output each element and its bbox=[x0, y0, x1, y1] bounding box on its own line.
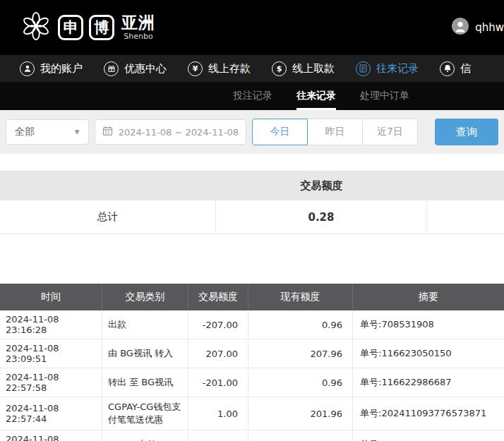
transaction-records-page: { "colors": { "accent": "#4f9fdb", "topb… bbox=[0, 0, 504, 441]
nav-item-transaction-records[interactable]: 往来记录 bbox=[356, 61, 419, 76]
date-range-picker[interactable]: 2024-11-08 ~ 2024-11-08 bbox=[95, 119, 246, 145]
nav-item-messages[interactable]: 信 bbox=[440, 61, 471, 76]
withdraw-money-icon: $ bbox=[272, 61, 287, 76]
yesterday-button[interactable]: 昨日 bbox=[307, 119, 363, 145]
cell-balance: 201.96 bbox=[248, 397, 353, 430]
cell-amount: 1.00 bbox=[188, 397, 248, 430]
chevron-down-icon: ▼ bbox=[75, 128, 80, 135]
cell-type: 转出 至 BG视讯 bbox=[102, 368, 188, 397]
table-row: 2024-11-08 22:57:44 CGPAY-CG钱包支付笔笔送优惠 1.… bbox=[0, 397, 504, 430]
top-header: 申 博 亚洲 Shenbo qhhw bbox=[0, 0, 504, 55]
user-account-area[interactable]: qhhw bbox=[451, 17, 504, 38]
nav-item-withdraw[interactable]: $ 线上取款 bbox=[272, 61, 335, 76]
transactions-table-header: 时间 交易类别 交易额度 现有额度 摘要 bbox=[0, 284, 504, 310]
cell-amount: -207.00 bbox=[188, 310, 248, 339]
nav-item-label: 往来记录 bbox=[376, 62, 419, 75]
brand-region: 亚洲 Shenbo bbox=[121, 14, 155, 41]
cell-summary: 单号:116623050150 bbox=[353, 339, 504, 368]
col-header-type: 交易类别 bbox=[102, 284, 188, 310]
nav-item-label: 优惠中心 bbox=[124, 62, 167, 75]
col-header-summary: 摘要 bbox=[353, 284, 504, 310]
logo-char-bo: 博 bbox=[89, 15, 114, 40]
main-nav: 我的账户 优惠中心 ¥ 线上存款 $ 线上取款 往来记录 bbox=[0, 55, 504, 82]
tab-processing-orders[interactable]: 处理中订单 bbox=[360, 82, 409, 110]
summary-total-label: 总计 bbox=[0, 200, 216, 234]
records-icon bbox=[356, 61, 371, 76]
date-shortcut-group: 今日 昨日 近7日 bbox=[252, 119, 418, 145]
user-icon bbox=[20, 61, 35, 76]
summary-empty-cell bbox=[427, 200, 504, 234]
calendar-icon bbox=[102, 126, 113, 138]
cell-type: 出款 bbox=[102, 310, 188, 339]
cell-balance: 0.96 bbox=[248, 310, 353, 339]
nav-item-label: 信 bbox=[460, 62, 471, 75]
nav-item-my-account[interactable]: 我的账户 bbox=[20, 61, 83, 76]
col-header-time: 时间 bbox=[0, 284, 102, 310]
cell-balance: 0.96 bbox=[248, 368, 353, 397]
today-button[interactable]: 今日 bbox=[252, 119, 308, 145]
cell-amount: -201.00 bbox=[188, 368, 248, 397]
nav-item-label: 线上取款 bbox=[292, 62, 335, 75]
deposit-coin-icon: ¥ bbox=[188, 61, 203, 76]
tab-betting-records[interactable]: 投注记录 bbox=[233, 82, 272, 110]
nav-item-label: 我的账户 bbox=[40, 62, 83, 75]
cell-type: CGPAY支付 bbox=[102, 430, 188, 441]
cell-balance: 200.96 bbox=[248, 430, 353, 441]
cell-summary: 单号:202411093776573871 bbox=[353, 430, 504, 441]
cell-time: 2024-11-08 22:57:44 bbox=[0, 430, 102, 441]
bell-icon bbox=[440, 61, 455, 76]
filter-bar: 全部 ▼ 2024-11-08 ~ 2024-11-08 今日 昨日 近7日 查… bbox=[0, 110, 504, 154]
category-selected-value: 全部 bbox=[15, 126, 35, 138]
summary-total-row: 总计 0.28 bbox=[0, 200, 504, 234]
table-row: 2024-11-08 23:16:28 出款 -207.00 0.96 单号:7… bbox=[0, 310, 504, 339]
username-label: qhhw bbox=[475, 21, 504, 34]
brand-region-cn: 亚洲 bbox=[121, 14, 155, 32]
summary-table: 交易额度 总计 0.28 bbox=[0, 171, 504, 234]
cell-time: 2024-11-08 22:57:44 bbox=[0, 397, 102, 430]
gift-icon bbox=[104, 61, 119, 76]
table-row: 2024-11-08 22:57:44 CGPAY支付 200.00 200.9… bbox=[0, 430, 504, 441]
transactions-table: 时间 交易类别 交易额度 现有额度 摘要 2024-11-08 23:16:28… bbox=[0, 284, 504, 441]
summary-total-value: 0.28 bbox=[216, 200, 427, 234]
brand-region-en: Shenbo bbox=[121, 32, 155, 41]
cell-balance: 207.96 bbox=[248, 339, 353, 368]
flower-logo-icon bbox=[20, 10, 52, 45]
col-header-amount: 交易额度 bbox=[188, 284, 248, 310]
logo-char-shen: 申 bbox=[58, 15, 83, 40]
table-row: 2024-11-08 22:57:58 转出 至 BG视讯 -201.00 0.… bbox=[0, 368, 504, 397]
col-header-balance: 现有额度 bbox=[248, 284, 353, 310]
date-range-value: 2024-11-08 ~ 2024-11-08 bbox=[119, 127, 239, 138]
cell-summary: 单号:202411093776573871 bbox=[353, 397, 504, 430]
cell-type: 由 BG视讯 转入 bbox=[102, 339, 188, 368]
cell-time: 2024-11-08 22:57:58 bbox=[0, 368, 102, 397]
search-button[interactable]: 查询 bbox=[435, 119, 498, 145]
cell-time: 2024-11-08 23:09:51 bbox=[0, 339, 102, 368]
cell-summary: 单号:116622986687 bbox=[353, 368, 504, 397]
summary-amount-header: 交易额度 bbox=[216, 179, 427, 193]
last7days-button[interactable]: 近7日 bbox=[362, 119, 418, 145]
sub-nav: 投注记录 往来记录 处理中订单 bbox=[0, 82, 504, 110]
cell-summary: 单号:708531908 bbox=[353, 310, 504, 339]
cell-amount: 200.00 bbox=[188, 430, 248, 441]
nav-item-deposit[interactable]: ¥ 线上存款 bbox=[188, 61, 251, 76]
nav-item-label: 线上存款 bbox=[208, 62, 251, 75]
tab-transaction-records[interactable]: 往来记录 bbox=[296, 82, 336, 110]
category-select[interactable]: 全部 ▼ bbox=[6, 119, 89, 145]
cell-amount: 207.00 bbox=[188, 339, 248, 368]
cell-time: 2024-11-08 23:16:28 bbox=[0, 310, 102, 339]
summary-table-header: 交易额度 bbox=[0, 171, 504, 200]
table-row: 2024-11-08 23:09:51 由 BG视讯 转入 207.00 207… bbox=[0, 339, 504, 368]
nav-item-promotions[interactable]: 优惠中心 bbox=[104, 61, 167, 76]
avatar-icon bbox=[451, 17, 469, 38]
cell-type: CGPAY-CG钱包支付笔笔送优惠 bbox=[102, 397, 188, 430]
